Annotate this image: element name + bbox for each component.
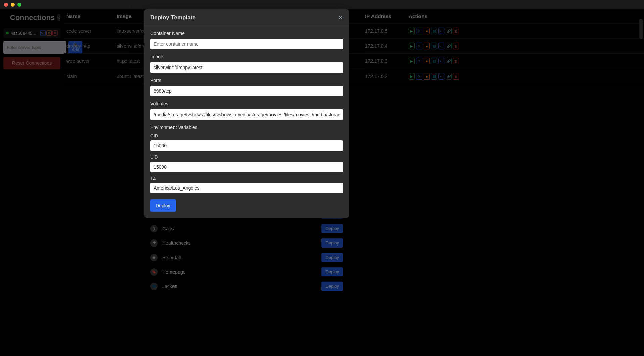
titlebar xyxy=(0,0,644,9)
gid-input[interactable] xyxy=(150,140,343,151)
deploy-template-modal: Deploy Template ✕ Container Name Image P… xyxy=(144,9,349,218)
uid-label: UID xyxy=(150,154,343,160)
image-input[interactable] xyxy=(150,62,343,73)
image-label: Image xyxy=(150,54,343,59)
window-close[interactable] xyxy=(4,3,8,7)
volumes-input[interactable] xyxy=(150,109,343,120)
ports-input[interactable] xyxy=(150,86,343,96)
container-name-input[interactable] xyxy=(150,39,343,49)
env-label: Environment Variables xyxy=(150,125,343,130)
deploy-button[interactable]: Deploy xyxy=(150,199,176,212)
gid-label: GID xyxy=(150,133,343,138)
tz-input[interactable] xyxy=(150,183,343,193)
modal-title: Deploy Template xyxy=(150,14,196,21)
volumes-label: Volumes xyxy=(150,101,343,106)
close-icon[interactable]: ✕ xyxy=(338,14,343,21)
tz-label: TZ xyxy=(150,176,343,181)
ports-label: Ports xyxy=(150,78,343,83)
uid-input[interactable] xyxy=(150,162,343,172)
window-minimize[interactable] xyxy=(11,3,15,7)
container-name-label: Container Name xyxy=(150,31,343,36)
window-maximize[interactable] xyxy=(17,3,21,7)
